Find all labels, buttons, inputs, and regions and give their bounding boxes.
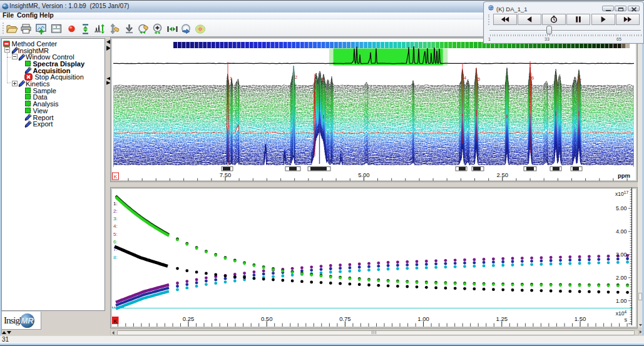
svg-text:3.00: 3.00 bbox=[616, 252, 627, 258]
svg-text:5: 5 bbox=[478, 76, 480, 82]
svg-text:1.25: 1.25 bbox=[496, 315, 508, 322]
svg-text:5.00: 5.00 bbox=[358, 171, 370, 178]
svg-text:1:: 1: bbox=[113, 201, 118, 206]
svg-text:1.00: 1.00 bbox=[417, 315, 429, 322]
svg-text:0.25: 0.25 bbox=[183, 315, 195, 322]
svg-text:8:: 8: bbox=[113, 255, 118, 260]
svg-text:5.00: 5.00 bbox=[616, 205, 627, 211]
svg-text:2.00: 2.00 bbox=[616, 275, 627, 281]
svg-text:MR: MR bbox=[21, 316, 34, 325]
svg-text:s: s bbox=[625, 317, 628, 323]
svg-text:2: 2 bbox=[295, 74, 297, 80]
svg-text:2:: 2: bbox=[113, 208, 118, 214]
svg-text:6:: 6: bbox=[113, 239, 118, 245]
svg-text:7:: 7: bbox=[113, 247, 118, 252]
svg-text:0.75: 0.75 bbox=[339, 315, 351, 322]
svg-text:1: 1 bbox=[230, 76, 232, 81]
svg-text:0.50: 0.50 bbox=[261, 315, 273, 322]
svg-text:3: 3 bbox=[321, 77, 324, 83]
svg-text:7: 7 bbox=[579, 78, 581, 83]
svg-text:4:: 4: bbox=[113, 223, 118, 229]
svg-text:4.00: 4.00 bbox=[616, 228, 627, 235]
svg-text:4: 4 bbox=[464, 75, 466, 81]
svg-text:3:: 3: bbox=[113, 216, 118, 221]
svg-text:7.50: 7.50 bbox=[220, 171, 232, 178]
svg-text:1.00: 1.00 bbox=[616, 298, 627, 304]
svg-text:2.50: 2.50 bbox=[497, 171, 509, 178]
svg-text:5:: 5: bbox=[113, 232, 118, 237]
svg-text:K: K bbox=[113, 318, 117, 324]
svg-text:x104: x104 bbox=[616, 310, 627, 317]
svg-text:K: K bbox=[114, 174, 118, 180]
svg-text:1.50: 1.50 bbox=[575, 315, 586, 322]
svg-text:6: 6 bbox=[531, 75, 534, 81]
svg-text:x1017: x1017 bbox=[615, 190, 628, 197]
svg-text:ppm: ppm bbox=[618, 172, 630, 179]
